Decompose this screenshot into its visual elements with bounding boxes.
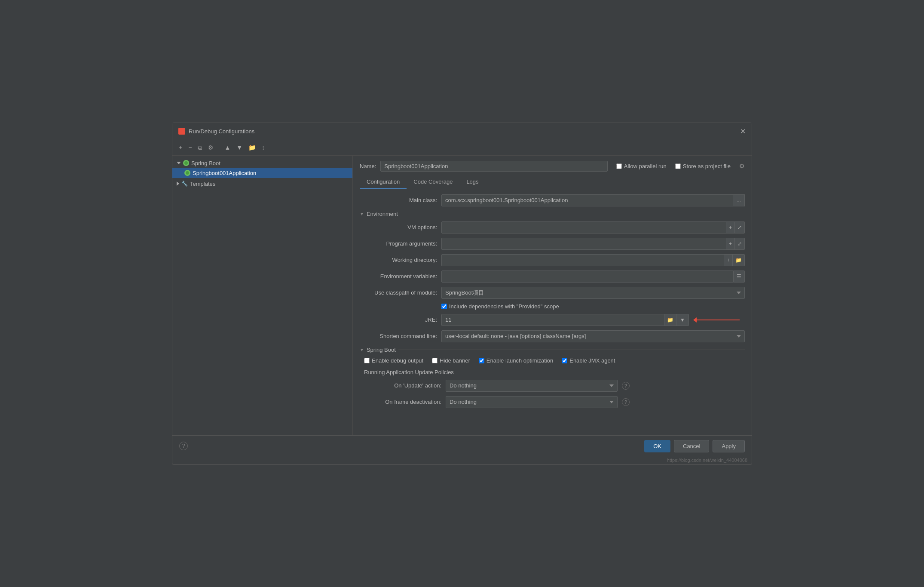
red-arrow-head	[693, 317, 697, 323]
sidebar-templates-label: Templates	[190, 181, 215, 187]
shorten-cmd-row: Shorten command line: user-local default…	[360, 330, 745, 342]
program-args-input[interactable]	[441, 238, 726, 250]
sidebar-item-app[interactable]: Springboot001Application	[172, 168, 352, 178]
environment-expand-icon[interactable]: ▼	[360, 212, 364, 216]
env-vars-edit-button[interactable]: ☰	[734, 270, 745, 283]
env-vars-row: Environment variables: ☰	[360, 270, 745, 283]
title-bar-left: Run/Debug Configurations	[178, 128, 254, 135]
sidebar-springboot-header[interactable]: Spring Boot	[172, 158, 352, 168]
sidebar-templates-header[interactable]: 🔧 Templates	[172, 179, 352, 189]
include-dep-row: Include dependencies with "Provided" sco…	[441, 303, 745, 310]
name-input[interactable]	[380, 161, 607, 172]
allow-parallel-label[interactable]: Allow parallel run	[616, 163, 667, 169]
tabs: Configuration Code Coverage Logs	[353, 175, 752, 189]
env-vars-input-group: ☰	[441, 270, 745, 283]
enable-jmx-label[interactable]: Enable JMX agent	[562, 357, 615, 364]
update-policies: Running Application Update Policies On '…	[364, 369, 745, 408]
jre-label: JRE:	[360, 317, 437, 323]
tab-code-coverage[interactable]: Code Coverage	[407, 175, 459, 189]
copy-button[interactable]: ⧉	[196, 143, 204, 153]
vm-options-input-group: + ⤢	[441, 221, 745, 234]
sidebar: Spring Boot Springboot001Application 🔧 T…	[172, 156, 353, 435]
working-dir-browse-button[interactable]: 📁	[733, 254, 745, 266]
store-as-project-label[interactable]: Store as project file	[675, 163, 731, 169]
on-frame-select[interactable]: Do nothing Update classes and resources …	[446, 396, 618, 408]
title-bar: Run/Debug Configurations ✕	[172, 123, 752, 140]
right-panel: Name: Allow parallel run Store as projec…	[353, 156, 752, 435]
gear-icon[interactable]: ⚙	[739, 163, 745, 169]
jre-browse-button[interactable]: 📁	[664, 314, 676, 326]
include-dep-label[interactable]: Include dependencies with "Provided" sco…	[441, 303, 559, 310]
vm-options-expand1-button[interactable]: +	[726, 221, 735, 234]
help-button[interactable]: ?	[179, 442, 188, 450]
watermark: https://blog.csdn.net/weixin_44004068	[172, 457, 752, 464]
enable-launch-label[interactable]: Enable launch optimization	[479, 357, 553, 364]
folder-button[interactable]: 📁	[246, 143, 258, 152]
jre-input-group: 📁 ▼	[441, 314, 689, 326]
close-button[interactable]: ✕	[740, 127, 746, 135]
jre-row: JRE: 📁 ▼	[360, 314, 745, 326]
working-dir-input[interactable]	[441, 254, 724, 266]
working-dir-expand1-button[interactable]: +	[724, 254, 733, 266]
store-as-project-checkbox[interactable]	[675, 163, 681, 169]
app-run-icon	[184, 170, 190, 176]
ok-button[interactable]: OK	[644, 440, 670, 452]
program-args-expand1-button[interactable]: +	[726, 238, 735, 250]
remove-button[interactable]: −	[186, 143, 194, 152]
bottom-left: ?	[179, 442, 188, 450]
wrench-icon: 🔧	[181, 181, 188, 187]
on-frame-row: On frame deactivation: Do nothing Update…	[364, 396, 745, 408]
spring-boot-expand-icon[interactable]: ▼	[360, 347, 364, 352]
on-update-select[interactable]: Do nothing Update classes and resources …	[446, 380, 618, 392]
bottom-right: OK Cancel Apply	[644, 440, 745, 452]
enable-jmx-checkbox[interactable]	[562, 358, 567, 363]
on-update-help-icon[interactable]: ?	[622, 382, 630, 390]
environment-label: Environment	[367, 211, 398, 217]
cancel-button[interactable]: Cancel	[674, 440, 709, 452]
settings-button[interactable]: ⚙	[206, 143, 216, 152]
apply-button[interactable]: Apply	[713, 440, 745, 452]
on-update-label: On 'Update' action:	[364, 382, 441, 389]
add-button[interactable]: +	[177, 143, 184, 152]
hide-banner-checkbox[interactable]	[432, 358, 438, 363]
working-dir-input-group: + 📁	[441, 254, 745, 266]
classpath-select[interactable]: SpringBoot项目	[441, 287, 745, 299]
main-class-browse-button[interactable]: ...	[733, 194, 745, 206]
sidebar-app-label: Springboot001Application	[193, 170, 256, 176]
sidebar-springboot-label: Spring Boot	[191, 160, 220, 166]
red-arrow-line	[697, 320, 740, 320]
enable-launch-checkbox[interactable]	[479, 358, 484, 363]
program-args-expand2-button[interactable]: ⤢	[735, 238, 745, 250]
tab-logs[interactable]: Logs	[459, 175, 485, 189]
enable-debug-label[interactable]: Enable debug output	[364, 357, 423, 364]
sidebar-group-templates: 🔧 Templates	[172, 179, 352, 189]
run-debug-configurations-dialog: Run/Debug Configurations ✕ + − ⧉ ⚙ ▲ ▼ 📁…	[172, 123, 752, 465]
vm-options-label: VM options:	[360, 224, 437, 230]
jre-dropdown-button[interactable]: ▼	[676, 314, 689, 326]
up-button[interactable]: ▲	[222, 143, 233, 152]
down-button[interactable]: ▼	[234, 143, 245, 152]
name-label: Name:	[360, 163, 376, 169]
on-update-row: On 'Update' action: Do nothing Update cl…	[364, 380, 745, 392]
sort-button[interactable]: ↕	[260, 143, 267, 152]
expand-icon	[177, 162, 181, 164]
spring-boot-section-line	[398, 350, 745, 350]
on-frame-label: On frame deactivation:	[364, 399, 441, 405]
hide-banner-label[interactable]: Hide banner	[432, 357, 470, 364]
env-vars-input[interactable]	[441, 270, 734, 283]
allow-parallel-checkbox[interactable]	[616, 163, 622, 169]
include-dep-checkbox[interactable]	[441, 304, 447, 309]
program-args-label: Program arguments:	[360, 240, 437, 247]
env-vars-label: Environment variables:	[360, 273, 437, 280]
shorten-cmd-select[interactable]: user-local default: none - java [options…	[441, 330, 745, 342]
expand-templates-icon	[177, 181, 179, 186]
tab-configuration[interactable]: Configuration	[360, 175, 407, 189]
main-class-input[interactable]	[441, 194, 733, 206]
vm-options-input[interactable]	[441, 221, 726, 234]
working-dir-label: Working directory:	[360, 257, 437, 263]
spring-boot-icon	[183, 160, 189, 166]
jre-input[interactable]	[441, 314, 664, 326]
enable-debug-checkbox[interactable]	[364, 358, 370, 363]
vm-options-expand2-button[interactable]: ⤢	[735, 221, 745, 234]
on-frame-help-icon[interactable]: ?	[622, 398, 630, 406]
